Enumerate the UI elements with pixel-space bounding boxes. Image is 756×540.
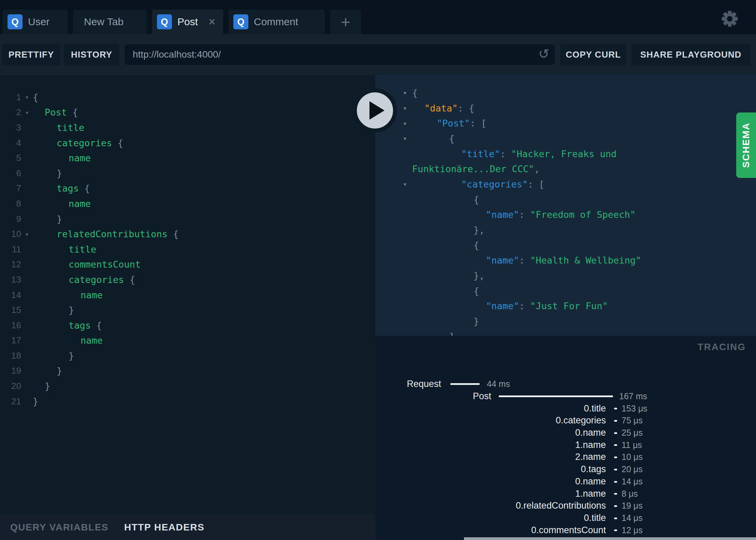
trace-time: 14 μs bbox=[622, 476, 643, 488]
trace-label: 2.name bbox=[375, 451, 606, 463]
trace-resolver-row: 2.name10 μs bbox=[375, 451, 756, 463]
code-line: 4categories { bbox=[0, 135, 375, 151]
fold-arrow-icon[interactable]: ▾ bbox=[21, 108, 33, 117]
code-line: 14name bbox=[0, 287, 375, 303]
query-editor[interactable]: 1▾{2▾Post {3title4categories {5name6}7ta… bbox=[0, 75, 375, 515]
line-number: 15 bbox=[0, 305, 21, 315]
response-line: "name": "Just For Fun" bbox=[375, 299, 756, 314]
trace-time: 12 μs bbox=[622, 524, 643, 536]
tracing-panel: TRACING Request44 msPost167 ms0.title153… bbox=[375, 336, 756, 540]
trace-time: 44 ms bbox=[487, 378, 510, 390]
trace-dash bbox=[614, 481, 617, 483]
trace-label: 0.name bbox=[375, 476, 606, 488]
trace-resolver-row: 0.title153 μs bbox=[375, 402, 756, 415]
copy-curl-button[interactable]: COPY CURL bbox=[560, 44, 626, 65]
tab-list: QUserNew TabQPost×QComment + bbox=[3, 10, 361, 34]
response-line: ▾{ bbox=[375, 131, 756, 146]
http-headers-tab[interactable]: HTTP HEADERS bbox=[124, 522, 204, 533]
response-line: { bbox=[375, 238, 756, 253]
query-badge: Q bbox=[8, 14, 23, 29]
trace-label: 0.title bbox=[375, 402, 606, 415]
fold-arrow-icon[interactable]: ▾ bbox=[400, 134, 410, 142]
schema-side-tab[interactable]: SCHEMA bbox=[736, 112, 756, 178]
schema-side-tab-label: SCHEMA bbox=[741, 122, 752, 168]
line-number: 13 bbox=[0, 274, 21, 285]
response-line: ▾"data": { bbox=[375, 101, 756, 116]
code-line: 9} bbox=[0, 211, 375, 227]
trace-dash bbox=[614, 529, 617, 531]
line-number: 16 bbox=[0, 320, 21, 331]
response-line: Funktionäre...Der CCC", bbox=[375, 161, 756, 177]
fold-arrow-icon[interactable]: ▾ bbox=[21, 230, 33, 238]
gear-icon bbox=[721, 10, 738, 27]
trace-label: 0.categories bbox=[375, 415, 606, 427]
trace-label: 0.commentsCount bbox=[375, 524, 606, 536]
trace-label: 0.relatedContributions bbox=[375, 500, 606, 512]
play-icon bbox=[369, 101, 384, 120]
trace-resolver-row: 0.name25 μs bbox=[375, 427, 756, 439]
execute-query-button[interactable] bbox=[353, 88, 397, 133]
response-line: }, bbox=[375, 222, 756, 238]
code-line: 13categories { bbox=[0, 272, 375, 287]
tab-new-tab[interactable]: New Tab bbox=[73, 10, 147, 34]
line-number: 7 bbox=[0, 183, 21, 194]
trace-dash bbox=[614, 432, 617, 434]
trace-resolver-row: 0.tags20 μs bbox=[375, 463, 756, 476]
refresh-schema-icon[interactable]: ↺ bbox=[538, 46, 549, 61]
trace-time: 25 μs bbox=[622, 427, 643, 439]
trace-rows: Request44 msPost167 ms0.title153 μs0.cat… bbox=[375, 378, 756, 540]
code-line: 17name bbox=[0, 333, 375, 348]
response-line: }, bbox=[375, 268, 756, 283]
query-variables-tab[interactable]: QUERY VARIABLES bbox=[10, 522, 108, 533]
fold-arrow-icon[interactable]: ▾ bbox=[400, 180, 410, 188]
tab-label: New Tab bbox=[84, 16, 123, 28]
trace-label: 1.name bbox=[375, 439, 606, 451]
response-line: ▾{ bbox=[375, 85, 756, 101]
trace-resolver-row: 0.relatedContributions19 μs bbox=[375, 500, 756, 512]
tab-post[interactable]: QPost× bbox=[152, 10, 223, 34]
trace-time: 20 μs bbox=[622, 463, 643, 476]
trace-resolver-row: 1.name11 μs bbox=[375, 439, 756, 451]
trace-time: 167 ms bbox=[619, 390, 647, 403]
new-tab-button[interactable]: + bbox=[330, 10, 361, 34]
code-line: 6} bbox=[0, 166, 375, 181]
trace-bar bbox=[499, 395, 613, 397]
fold-arrow-icon[interactable]: ▾ bbox=[400, 89, 410, 97]
line-number: 18 bbox=[0, 350, 21, 361]
trace-label: Request bbox=[375, 378, 441, 390]
response-line: ▾"categories": [ bbox=[375, 177, 756, 192]
tab-label: Post bbox=[177, 16, 198, 28]
plus-icon: + bbox=[341, 13, 350, 31]
share-playground-button[interactable]: SHARE PLAYGROUND bbox=[631, 44, 751, 65]
fold-arrow-icon[interactable]: ▾ bbox=[400, 119, 410, 127]
main-area: 1▾{2▾Post {3title4categories {5name6}7ta… bbox=[0, 75, 756, 540]
trace-dash bbox=[614, 518, 617, 519]
tab-comment[interactable]: QComment bbox=[229, 10, 325, 34]
endpoint-url-wrap: ↺ bbox=[124, 44, 555, 65]
line-number: 11 bbox=[0, 244, 21, 255]
query-editor-lines: 1▾{2▾Post {3title4categories {5name6}7ta… bbox=[0, 90, 375, 409]
response-line: { bbox=[375, 283, 756, 299]
code-line: 21} bbox=[0, 394, 375, 409]
settings-button[interactable] bbox=[721, 10, 738, 27]
tracing-horizontal-scrollbar[interactable] bbox=[464, 537, 756, 540]
code-line: 15} bbox=[0, 302, 375, 318]
close-tab-icon[interactable]: × bbox=[204, 16, 216, 28]
response-line: "name": "Freedom of Speech" bbox=[375, 207, 756, 223]
fold-arrow-icon[interactable]: ▾ bbox=[21, 93, 33, 101]
code-line: 8name bbox=[0, 196, 375, 211]
tab-label: Comment bbox=[254, 16, 298, 28]
tab-label: User bbox=[28, 16, 49, 28]
code-line: 5name bbox=[0, 150, 375, 166]
history-button[interactable]: HISTORY bbox=[64, 44, 119, 65]
trace-dash bbox=[614, 456, 617, 458]
fold-arrow-icon[interactable]: ▾ bbox=[400, 104, 410, 112]
trace-dash bbox=[614, 493, 617, 495]
code-line: 19} bbox=[0, 363, 375, 379]
trace-resolver-row: 1.name8 μs bbox=[375, 487, 756, 500]
tab-user[interactable]: QUser bbox=[3, 10, 68, 34]
line-number: 21 bbox=[0, 396, 21, 407]
prettify-button[interactable]: PRETTIFY bbox=[2, 44, 60, 65]
endpoint-url-input[interactable] bbox=[124, 44, 555, 65]
line-number: 5 bbox=[0, 153, 21, 163]
